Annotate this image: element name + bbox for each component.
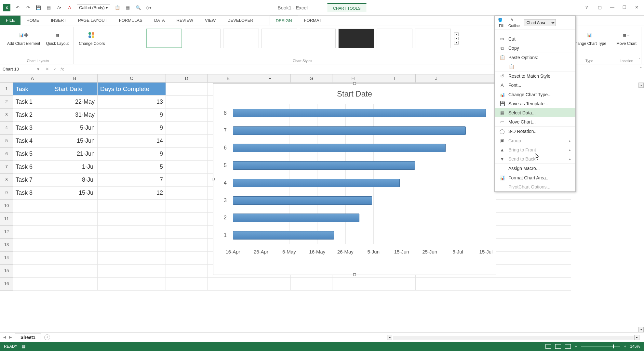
col-header-B[interactable]: B — [52, 74, 98, 83]
cell[interactable] — [166, 213, 208, 226]
cell[interactable] — [166, 252, 208, 265]
row-header[interactable]: 14 — [0, 252, 13, 265]
ribbon-display-icon[interactable]: ▢ — [598, 5, 604, 11]
cell[interactable] — [13, 239, 52, 252]
row-header[interactable]: 3 — [0, 109, 13, 122]
cell[interactable] — [98, 265, 166, 278]
cm-save-template[interactable]: 💾Save as Template... — [495, 99, 575, 108]
row-header[interactable]: 4 — [0, 122, 13, 135]
cell[interactable] — [166, 174, 208, 187]
sheet-nav-prev[interactable]: ◀ — [3, 335, 6, 339]
collapse-ribbon-icon[interactable]: ˄ — [638, 57, 641, 62]
hscroll-left[interactable]: ◂ — [387, 335, 392, 340]
chart-bar[interactable] — [233, 144, 446, 152]
cell[interactable] — [457, 278, 571, 291]
cell[interactable] — [98, 226, 166, 239]
cell[interactable]: Task 8 — [13, 187, 52, 200]
row-header[interactable]: 13 — [0, 239, 13, 252]
cell[interactable] — [416, 278, 457, 291]
cell[interactable]: 15-Jun — [52, 135, 98, 148]
chart-style-2[interactable] — [185, 29, 221, 48]
cell[interactable] — [166, 109, 208, 122]
cell[interactable] — [13, 213, 52, 226]
zoom-icon[interactable]: 🔍 — [135, 5, 141, 11]
minimize-icon[interactable]: — — [610, 5, 616, 11]
cm-fill-button[interactable]: 🪣Fill — [498, 18, 504, 28]
row-header[interactable]: 11 — [0, 213, 13, 226]
cell[interactable]: Task 7 — [13, 174, 52, 187]
cell[interactable]: 15-Jul — [52, 187, 98, 200]
chart-bar[interactable] — [233, 196, 372, 205]
cell[interactable]: 8-Jul — [52, 174, 98, 187]
table-icon[interactable]: ▦ — [125, 5, 131, 11]
cell[interactable] — [166, 226, 208, 239]
chart-bar[interactable] — [233, 109, 486, 117]
cm-element-select[interactable]: Chart Area — [524, 19, 556, 26]
cell[interactable]: 12 — [98, 187, 166, 200]
cm-assign-macro[interactable]: Assign Macro... — [495, 164, 575, 173]
cell[interactable] — [98, 200, 166, 213]
style-scroll-up[interactable]: ▴ — [454, 32, 459, 36]
add-sheet-button[interactable]: + — [44, 334, 50, 340]
font-color-icon[interactable]: A — [66, 5, 73, 11]
shapes-icon[interactable]: ◇▾ — [145, 5, 152, 11]
row-header[interactable]: 10 — [0, 200, 13, 213]
cm-select-data[interactable]: ▦Select Data... — [495, 108, 575, 117]
cell[interactable]: 7 — [98, 174, 166, 187]
col-header-F[interactable]: F — [249, 74, 291, 83]
chart-plot-area[interactable]: 16-Apr26-Apr6-May16-May26-May5-Jun15-Jun… — [233, 104, 486, 244]
chart-style-8[interactable] — [415, 29, 451, 48]
col-header-G[interactable]: G — [291, 74, 332, 83]
cell[interactable]: Days to Complete — [98, 83, 166, 96]
col-header-H[interactable]: H — [332, 74, 374, 83]
cell[interactable] — [166, 187, 208, 200]
embedded-chart[interactable]: Start Date 16-Apr26-Apr6-May16-May26-May… — [213, 83, 496, 275]
chart-bar[interactable] — [233, 231, 334, 240]
row-header[interactable]: 12 — [0, 226, 13, 239]
quick-layout-button[interactable]: ▦ Quick Layout — [44, 29, 71, 47]
fb-enter-icon[interactable]: ✓ — [53, 67, 57, 72]
row-header[interactable]: 7 — [0, 161, 13, 174]
style-more[interactable]: ▾ — [454, 41, 459, 45]
view-page-layout-icon[interactable] — [555, 344, 561, 349]
add-chart-element-button[interactable]: 📊➕ Add Chart Element — [5, 29, 42, 47]
cell[interactable]: 31-May — [52, 109, 98, 122]
tab-review[interactable]: REVIEW — [171, 16, 199, 25]
vscroll-down[interactable]: ▾ — [638, 327, 644, 332]
chart-title[interactable]: Start Date — [213, 84, 496, 101]
row-header[interactable]: 6 — [0, 148, 13, 161]
cell[interactable] — [98, 213, 166, 226]
tab-file[interactable]: FILE — [0, 16, 20, 25]
cell[interactable] — [166, 96, 208, 109]
cell[interactable]: Task 5 — [13, 148, 52, 161]
tab-data[interactable]: DATA — [148, 16, 171, 25]
close-icon[interactable]: ✕ — [635, 5, 641, 11]
chart-bar[interactable] — [233, 214, 359, 222]
cell[interactable]: 5-Jun — [52, 122, 98, 135]
cell[interactable] — [13, 226, 52, 239]
cm-3d-rotation[interactable]: ◯3-D Rotation... — [495, 127, 575, 136]
cell[interactable] — [374, 278, 416, 291]
sheet-tab-sheet1[interactable]: Sheet1 — [15, 333, 41, 341]
vscroll-up[interactable]: ▴ — [638, 83, 644, 88]
cell[interactable] — [52, 213, 98, 226]
fb-cancel-icon[interactable]: ✕ — [46, 67, 49, 72]
cell[interactable] — [166, 278, 208, 291]
cell[interactable]: 1-Jul — [52, 161, 98, 174]
tab-design[interactable]: DESIGN — [270, 16, 298, 25]
view-normal-icon[interactable] — [545, 344, 551, 349]
row-header[interactable]: 8 — [0, 174, 13, 187]
cell[interactable]: 14 — [98, 135, 166, 148]
cell[interactable]: 9 — [98, 122, 166, 135]
chart-handle-w[interactable] — [212, 178, 215, 180]
cell[interactable]: 13 — [98, 96, 166, 109]
cm-outline-button[interactable]: ✎Outline — [508, 18, 520, 28]
chart-style-3[interactable] — [223, 29, 259, 48]
col-header-D[interactable]: D — [166, 74, 208, 83]
chart-handle-s[interactable] — [353, 273, 356, 276]
cell[interactable]: 9 — [98, 109, 166, 122]
chart-style-5[interactable] — [300, 29, 336, 48]
cell[interactable] — [249, 278, 291, 291]
cell[interactable] — [332, 278, 374, 291]
zoom-in-icon[interactable]: + — [624, 344, 626, 349]
